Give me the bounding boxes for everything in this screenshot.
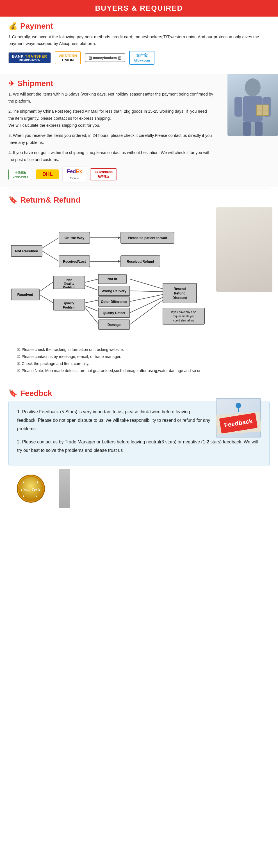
logo-sf: SF EXPRESS顺丰速运 [90,168,117,180]
shipment-man-image [228,74,278,136]
svg-text:★: ★ [38,489,41,492]
gold-badge-svg: Your Text ★ ★ ★ ★ ★ ★ [18,475,44,503]
svg-line-47 [130,300,163,324]
svg-rect-2 [235,97,242,117]
svg-line-46 [130,297,163,313]
svg-text:★: ★ [36,495,38,498]
svg-line-37 [85,300,98,303]
feedback-footer: Your Text ★ ★ ★ ★ ★ ★ [8,469,270,508]
svg-line-33 [85,279,98,282]
return-refund-title: 🔖 Return& Refund [8,195,270,205]
logo-dhl: DHL [36,169,59,179]
feedback-icon: 🔖 [8,389,18,398]
svg-text:Resend: Resend [174,287,186,291]
svg-line-22 [39,294,54,303]
svg-text:Refund: Refund [174,291,185,295]
svg-line-34 [85,285,98,290]
payment-title: 💰 Payment [8,22,270,31]
gold-star-badge: Your Text ★ ★ ★ ★ ★ ★ [17,475,45,503]
logo-alipay: 支付宝 Alipay.com [129,51,154,65]
svg-text:Problem: Problem [63,285,75,289]
shipment-man-svg [229,77,277,136]
page-header: BUYERS & REQUIRED [0,0,278,17]
payment-logos: BANK TRANSFER INTERNATIONAL WESTERNUNION… [8,51,270,65]
node-not-fit: Not fit [108,277,117,281]
pencil-image [59,469,70,508]
svg-marker-14 [118,236,121,239]
hands-background-image [216,207,272,292]
payment-icon: 💰 [8,22,18,31]
svg-line-43 [130,279,163,289]
svg-text:could also tell us: could also tell us [173,319,194,322]
note-1: ① Please check the tracking in formation… [17,346,261,353]
svg-line-38 [85,306,98,311]
shipment-logos: 中国邮政 CHINA POST DHL FedEx Express SF EXP… [8,167,270,182]
logo-moneybookers: ((( moneybookers ))) [85,53,125,62]
feedback-image: Feedback [216,398,261,437]
svg-text:Quality: Quality [64,301,74,305]
node-patient: Please be patient to wait [128,236,167,240]
node-wrong-delivery: Wrong Delivery [102,289,126,293]
feedback-note2: 2. Please contact us by Trade Manager or… [17,438,261,455]
node-received-lost: Received/Lost [63,260,85,264]
logo-bank-transfer: BANK TRANSFER INTERNATIONAL [8,52,51,63]
svg-text:Problem: Problem [63,306,75,309]
svg-text:Your Text: Your Text [23,488,39,492]
feedback-title: 🔖 Feedbck [8,389,270,398]
payment-description: 1.Generally, we accept the following pay… [8,33,270,47]
return-notes: ① Please check the tracking in formation… [8,343,270,377]
shipment-icon: ✈ [8,79,14,88]
shipment-para1: 1. We will sent the items within 2-5days… [8,91,213,104]
svg-text:★: ★ [20,489,23,492]
node-damage: Damage [108,323,121,327]
svg-point-0 [245,79,260,96]
svg-line-39 [85,307,98,324]
svg-text:Discount: Discount [172,296,187,300]
svg-rect-5 [255,122,263,136]
svg-text:Quality: Quality [64,282,74,285]
logo-western-union: WESTERNUNION [55,52,81,64]
svg-marker-18 [118,260,121,263]
svg-line-10 [42,238,59,248]
shipment-para4: 4. If you have not got it within the shi… [8,149,213,163]
svg-line-44 [130,291,163,292]
node-not-received: Not Received [15,249,38,253]
note-3: ③ Check the package and Item, carefully. [17,360,261,367]
node-on-the-way: On the Way [64,236,84,240]
svg-line-11 [42,251,59,261]
node-received: Received [17,292,33,297]
shipment-para3: 3. When you receive the items you ordere… [8,132,213,146]
node-quality-defect: Quality Defect [103,311,126,315]
svg-text:★: ★ [36,481,39,484]
logo-fedex: FedEx Express [63,167,86,182]
svg-text:★: ★ [23,481,25,484]
note-4: ④ Please Note: Men made defects are not … [17,367,261,374]
svg-text:Not: Not [67,278,72,282]
node-received-refund: Received/Refund [127,260,154,264]
return-icon: 🔖 [8,195,18,204]
svg-rect-4 [243,122,251,136]
return-refund-section: 🔖 Return& Refund Not Received On the Way… [0,190,278,380]
logo-china-post: 中国邮政 CHINA POST [8,169,32,180]
svg-line-21 [39,282,54,292]
svg-line-45 [130,294,163,302]
feedback-section: 🔖 Feedbck Feedback 1. Positive Feedback … [0,384,278,512]
payment-section: 💰 Payment 1.Generally, we accept the fol… [0,17,278,70]
node-color-diff: Color Difference [101,300,127,304]
svg-text:If you have any else: If you have any else [171,310,196,314]
svg-text:requirements you: requirements you [173,315,194,318]
shipment-section: ✈ Shipment 1. We will sent the items wit… [0,74,278,187]
feedback-body: Feedback 1. Positive Feedback (5 Stars) … [8,401,270,466]
shipment-para2: 2.The shipment by China Post Registered … [8,108,213,129]
feedback-badge-label: Feedback [219,413,257,433]
svg-text:★: ★ [23,495,25,498]
note-2: ② Please contact us by meesage, e-mail, … [17,353,261,360]
